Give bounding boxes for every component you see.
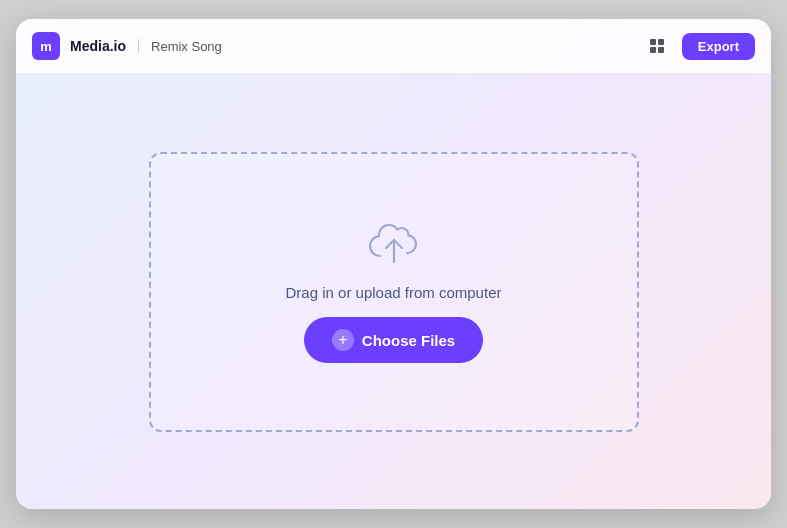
logo-letter: m (40, 39, 52, 54)
cloud-svg (366, 220, 422, 268)
grid-view-button[interactable] (642, 31, 672, 61)
grid-dot-4 (658, 47, 664, 53)
cloud-upload-icon (366, 220, 422, 268)
app-name: Media.io (70, 38, 126, 54)
export-button[interactable]: Export (682, 33, 755, 60)
grid-dot-3 (650, 47, 656, 53)
title-separator (138, 39, 139, 53)
upload-dropzone[interactable]: Drag in or upload from computer + Choose… (149, 152, 639, 432)
choose-files-label: Choose Files (362, 332, 455, 349)
plus-icon: + (332, 329, 354, 351)
grid-icon (650, 39, 664, 53)
app-window: m Media.io Remix Song Export (16, 19, 771, 509)
app-logo: m (32, 32, 60, 60)
grid-dot-2 (658, 39, 664, 45)
page-title: Remix Song (151, 39, 222, 54)
titlebar: m Media.io Remix Song Export (16, 19, 771, 74)
main-content: Drag in or upload from computer + Choose… (16, 74, 771, 509)
drag-instruction-text: Drag in or upload from computer (286, 284, 502, 301)
grid-dot-1 (650, 39, 656, 45)
choose-files-button[interactable]: + Choose Files (304, 317, 483, 363)
